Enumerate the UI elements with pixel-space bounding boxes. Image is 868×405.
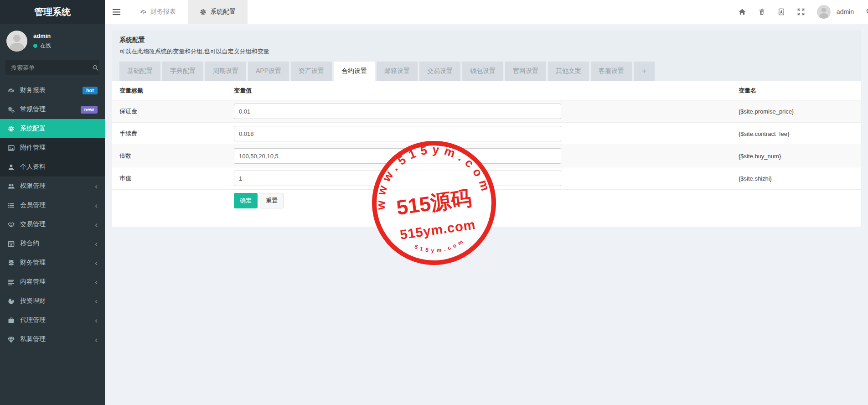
config-tab-10[interactable]: 其他文案 [548, 62, 589, 81]
page-subtitle: 可以在此增改系统的变量和分组,也可以自定义分组和变量 [119, 47, 853, 56]
var-name: {$site.buy_num} [739, 145, 861, 167]
sidebar-item-label: 个人资料 [20, 163, 46, 171]
chevron-left-icon: ‹ [95, 336, 98, 343]
clean-icon[interactable] [778, 8, 785, 16]
var-value-input[interactable] [234, 171, 561, 186]
reset-button[interactable]: 重置 [260, 193, 284, 208]
sidebar-item-9[interactable]: 财务管理‹ [0, 253, 105, 272]
menu-toggle-icon[interactable] [105, 9, 128, 16]
sidebar-item-label: 常规管理 [20, 105, 46, 114]
config-tab-4[interactable]: 资产设置 [291, 62, 332, 81]
sidebar: 管理系统 admin 在线 财务报表hot常规管理new系统配置附件管理个人资料… [0, 0, 105, 405]
config-tab-2[interactable]: 周期设置 [205, 62, 246, 81]
config-tab-7[interactable]: 交易设置 [419, 62, 460, 81]
sidebar-item-6[interactable]: 会员管理‹ [0, 196, 105, 215]
list-icon [7, 202, 15, 209]
sidebar-item-12[interactable]: 代理管理‹ [0, 311, 105, 330]
user-status: 在线 [33, 42, 51, 50]
sidebar-item-label: 投资理财 [20, 297, 46, 305]
nav-tab-label: 财务报表 [150, 8, 176, 16]
config-table: 变量标题 变量值 变量名 保证金{$site.promise_price}手续费… [112, 81, 861, 190]
avatar [6, 31, 27, 52]
chevron-left-icon: ‹ [95, 278, 98, 286]
config-tab-9[interactable]: 官网设置 [505, 62, 546, 81]
sidebar-item-3[interactable]: 附件管理 [0, 138, 105, 157]
gear-icon [7, 125, 15, 132]
expand-icon[interactable] [797, 8, 805, 16]
add-tab-button[interactable]: + [634, 62, 655, 81]
var-title: 保证金 [112, 100, 234, 123]
user-status-label: 在线 [40, 42, 51, 50]
sidebar-item-0[interactable]: 财务报表hot [0, 81, 105, 100]
sidebar-item-7[interactable]: 交易管理‹ [0, 215, 105, 234]
config-tab-0[interactable]: 基础配置 [119, 62, 160, 81]
user-name: admin [33, 32, 51, 39]
briefcase-icon [7, 317, 15, 324]
users-icon [7, 183, 15, 190]
sidebar-item-label: 系统配置 [20, 125, 46, 133]
gauge-icon [140, 9, 147, 16]
table-row: 倍数{$site.buy_num} [112, 145, 861, 167]
navbar-username[interactable]: admin [837, 8, 854, 16]
chevron-left-icon: ‹ [95, 221, 98, 228]
gear-icon [200, 9, 207, 16]
config-tab-11[interactable]: 客服设置 [591, 62, 632, 81]
home-icon[interactable] [739, 8, 746, 16]
var-name: {$site.shizhi} [739, 167, 861, 190]
content-area: 系统配置 可以在此增改系统的变量和分组,也可以自定义分组和变量 基础配置字典配置… [105, 24, 868, 405]
config-tab-3[interactable]: APP设置 [248, 62, 289, 81]
config-tab-8[interactable]: 钱包设置 [462, 62, 503, 81]
navbar-avatar[interactable] [817, 5, 831, 19]
app-title: 管理系统 [0, 0, 105, 24]
col-header-value: 变量值 [234, 81, 739, 100]
sidebar-item-2[interactable]: 系统配置 [0, 119, 105, 138]
screen: 管理系统 admin 在线 财务报表hot常规管理new系统配置附件管理个人资料… [0, 0, 868, 405]
calendar-icon [7, 240, 15, 247]
badge-new: new [81, 106, 98, 114]
form-actions: 确定 重置 [234, 193, 861, 208]
var-value-input[interactable] [234, 104, 561, 119]
chevron-left-icon: ‹ [95, 182, 98, 190]
user-icon [7, 164, 15, 171]
var-name: {$site.promise_price} [739, 100, 861, 123]
config-tab-1[interactable]: 字典配置 [162, 62, 203, 81]
chevron-left-icon: ‹ [95, 317, 98, 324]
trash-icon[interactable] [758, 8, 765, 16]
config-tab-5[interactable]: 合约设置 [334, 62, 375, 81]
sidebar-item-8[interactable]: 秒合约‹ [0, 234, 105, 253]
cogs-icon[interactable] [866, 8, 868, 16]
nav-tabs: 财务报表系统配置 [128, 0, 248, 24]
sidebar-item-13[interactable]: 私募管理‹ [0, 330, 105, 349]
align-icon [7, 279, 15, 286]
chevron-left-icon: ‹ [95, 202, 98, 209]
gem-icon [7, 336, 15, 343]
confirm-button[interactable]: 确定 [234, 193, 258, 208]
var-title: 手续费 [112, 123, 234, 145]
main-area: 财务报表系统配置 admin 系统配置 可以在此增改系统的变量和分组,也可以自定… [105, 0, 868, 405]
image-icon [7, 145, 15, 151]
sidebar-item-5[interactable]: 权限管理‹ [0, 177, 105, 196]
table-row: 手续费{$site.contract_fee} [112, 123, 861, 145]
search-input[interactable] [10, 64, 92, 72]
sidebar-item-11[interactable]: 投资理财‹ [0, 291, 105, 311]
sidebar-item-1[interactable]: 常规管理new [0, 100, 105, 119]
badge-hot: hot [83, 87, 98, 94]
sidebar-item-label: 私募管理 [20, 335, 46, 343]
var-value-input[interactable] [234, 126, 561, 141]
sidebar-item-10[interactable]: 内容管理‹ [0, 272, 105, 291]
sidebar-item-label: 财务报表 [20, 86, 46, 94]
pie-icon [7, 298, 15, 305]
var-title: 倍数 [112, 145, 234, 167]
var-value-input[interactable] [234, 148, 561, 164]
nav-tab-0[interactable]: 财务报表 [128, 0, 188, 24]
config-tab-6[interactable]: 邮箱设置 [377, 62, 418, 81]
nav-tab-1[interactable]: 系统配置 [188, 0, 248, 24]
sidebar-item-4[interactable]: 个人资料 [0, 157, 105, 177]
nav-tab-label: 系统配置 [210, 8, 236, 16]
col-header-title: 变量标题 [112, 81, 234, 100]
panel-body: 变量标题 变量值 变量名 保证金{$site.promise_price}手续费… [112, 81, 861, 208]
chevron-left-icon: ‹ [95, 259, 98, 267]
search-icon[interactable] [92, 64, 99, 71]
config-panel: 系统配置 可以在此增改系统的变量和分组,也可以自定义分组和变量 基础配置字典配置… [112, 30, 861, 227]
user-panel: admin 在线 [0, 24, 105, 56]
